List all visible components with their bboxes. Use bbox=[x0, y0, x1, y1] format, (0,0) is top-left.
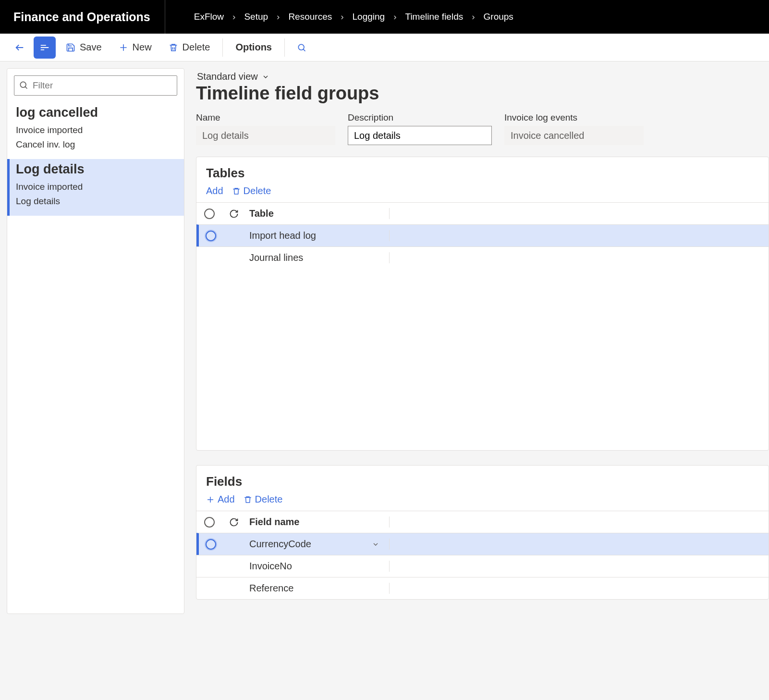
delete-button[interactable]: Delete bbox=[161, 38, 217, 57]
topbar: Finance and Operations ExFlow › Setup › … bbox=[0, 0, 769, 34]
side-panel: log cancelled Invoice imported Cancel in… bbox=[7, 68, 184, 614]
arrow-left-icon bbox=[14, 42, 25, 53]
fields-grid: Field name CurrencyCode bbox=[196, 511, 769, 599]
breadcrumb-item[interactable]: Setup bbox=[244, 12, 268, 22]
new-button[interactable]: New bbox=[111, 38, 159, 57]
select-all[interactable] bbox=[196, 517, 222, 528]
grid-header: Field name bbox=[196, 511, 769, 533]
tables-grid: Table Import head log Journal lines bbox=[196, 202, 769, 450]
delete-button[interactable]: Delete bbox=[232, 185, 271, 196]
table-row[interactable]: Journal lines bbox=[196, 246, 769, 269]
refresh-column[interactable] bbox=[222, 517, 245, 527]
cell-value: Import head log bbox=[245, 230, 390, 241]
chevron-down-icon bbox=[372, 540, 379, 548]
field-label: Name bbox=[196, 112, 335, 123]
breadcrumb: ExFlow › Setup › Resources › Logging › T… bbox=[165, 12, 513, 22]
save-icon bbox=[65, 42, 76, 53]
trash-icon bbox=[232, 187, 241, 196]
breadcrumb-item[interactable]: Timeline fields bbox=[405, 12, 464, 22]
delete-button[interactable]: Delete bbox=[244, 494, 283, 505]
add-button[interactable]: Add bbox=[206, 494, 235, 505]
chevron-down-icon bbox=[262, 73, 269, 81]
add-label: Add bbox=[218, 494, 235, 505]
refresh-icon bbox=[229, 209, 239, 219]
chevron-right-icon: › bbox=[277, 12, 280, 22]
search-button[interactable] bbox=[291, 38, 313, 57]
table-row[interactable]: CurrencyCode bbox=[196, 533, 769, 555]
table-row[interactable]: Reference bbox=[196, 577, 769, 599]
main-content: Standard view Timeline field groups Name… bbox=[193, 68, 769, 614]
workspace: log cancelled Invoice imported Cancel in… bbox=[0, 61, 769, 614]
list-item-line: Cancel inv. log bbox=[16, 137, 175, 152]
grid-header: Table bbox=[196, 202, 769, 224]
list-item-line: Invoice imported bbox=[16, 180, 175, 194]
options-label: Options bbox=[235, 42, 272, 53]
refresh-column[interactable] bbox=[222, 209, 245, 219]
list-item-line: Invoice imported bbox=[16, 123, 175, 137]
save-label: Save bbox=[80, 42, 102, 53]
breadcrumb-item[interactable]: Resources bbox=[288, 12, 332, 22]
cell-value: CurrencyCode bbox=[249, 539, 311, 550]
field-label: Description bbox=[348, 112, 492, 123]
add-label: Add bbox=[206, 185, 223, 196]
breadcrumb-item[interactable]: ExFlow bbox=[194, 12, 224, 22]
fields-card: Fields Add Delete bbox=[196, 465, 769, 600]
breadcrumb-item[interactable]: Groups bbox=[484, 12, 513, 22]
field-events: Invoice log events bbox=[504, 112, 644, 145]
table-row[interactable]: InvoiceNo bbox=[196, 555, 769, 577]
header-fields: Name Description Invoice log events bbox=[196, 112, 769, 145]
list-item[interactable]: log cancelled Invoice imported Cancel in… bbox=[7, 102, 184, 159]
app-title: Finance and Operations bbox=[13, 0, 165, 34]
field-label: Invoice log events bbox=[504, 112, 644, 123]
chevron-right-icon: › bbox=[393, 12, 396, 22]
view-switcher[interactable]: Standard view bbox=[196, 71, 769, 82]
description-input[interactable] bbox=[348, 126, 492, 145]
field-description: Description bbox=[348, 112, 492, 145]
trash-icon bbox=[244, 495, 252, 504]
column-header[interactable]: Field name bbox=[245, 516, 390, 528]
row-selector[interactable] bbox=[199, 231, 222, 241]
plus-icon bbox=[206, 495, 215, 504]
cell-value: Reference bbox=[245, 583, 390, 594]
table-row[interactable]: Import head log bbox=[196, 224, 769, 246]
delete-label: Delete bbox=[244, 185, 271, 196]
select-all[interactable] bbox=[196, 209, 222, 219]
divider bbox=[222, 38, 223, 57]
filter-input[interactable] bbox=[14, 75, 177, 96]
svg-point-1 bbox=[20, 82, 26, 87]
list-view-toggle[interactable] bbox=[34, 37, 56, 59]
page-title: Timeline field groups bbox=[196, 83, 769, 104]
trash-icon bbox=[168, 42, 179, 53]
card-title: Tables bbox=[196, 166, 769, 185]
breadcrumb-item[interactable]: Logging bbox=[353, 12, 385, 22]
back-button[interactable] bbox=[9, 38, 31, 57]
save-button[interactable]: Save bbox=[59, 38, 109, 57]
row-selector[interactable] bbox=[199, 539, 222, 550]
column-header[interactable]: Table bbox=[245, 208, 390, 219]
list-item-title: log cancelled bbox=[16, 105, 175, 120]
actionbar: Save New Delete Options bbox=[0, 34, 769, 61]
divider bbox=[284, 38, 285, 57]
view-label: Standard view bbox=[197, 71, 258, 82]
tables-card: Tables Add Delete bbox=[196, 157, 769, 451]
refresh-icon bbox=[229, 517, 239, 527]
chevron-right-icon: › bbox=[341, 12, 343, 22]
search-icon bbox=[296, 42, 307, 53]
chevron-right-icon: › bbox=[232, 12, 235, 22]
field-name: Name bbox=[196, 112, 335, 145]
cell-dropdown[interactable]: CurrencyCode bbox=[245, 539, 390, 550]
chevron-right-icon: › bbox=[472, 12, 475, 22]
name-input[interactable] bbox=[196, 126, 335, 145]
list-item-line: Log details bbox=[16, 194, 175, 209]
list-icon bbox=[39, 42, 50, 53]
add-button[interactable]: Add bbox=[206, 185, 223, 196]
cell-value: Journal lines bbox=[245, 252, 390, 263]
list-item-title: Log details bbox=[16, 162, 175, 177]
options-button[interactable]: Options bbox=[229, 38, 279, 57]
new-label: New bbox=[133, 42, 152, 53]
list-item[interactable]: Log details Invoice imported Log details bbox=[7, 159, 184, 216]
svg-point-0 bbox=[298, 44, 304, 50]
events-input[interactable] bbox=[504, 126, 644, 145]
delete-label: Delete bbox=[183, 42, 210, 53]
card-title: Fields bbox=[196, 474, 769, 494]
